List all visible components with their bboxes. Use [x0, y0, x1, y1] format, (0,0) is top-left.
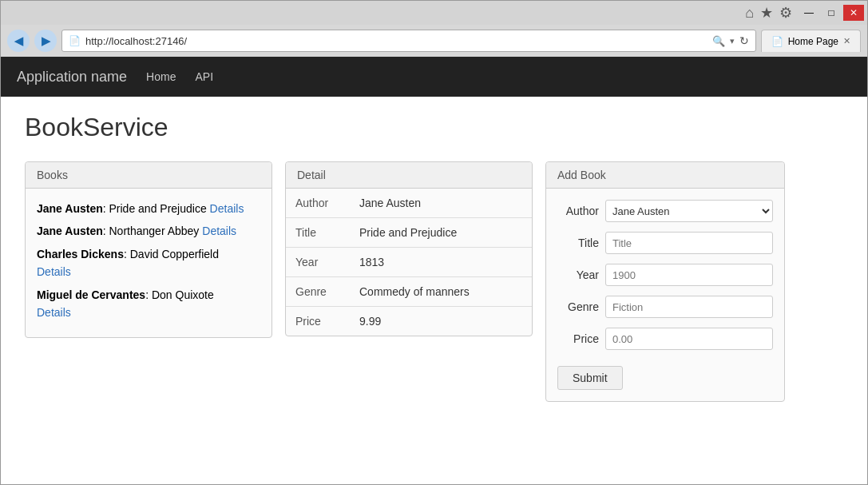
list-item: Miguel de Cervantes: Don Quixote Details	[37, 286, 260, 322]
book-details-link[interactable]: Details	[37, 265, 71, 278]
book-author: Jane Austen	[37, 202, 103, 215]
browser-tab[interactable]: 📄 Home Page ✕	[761, 30, 861, 52]
table-row: Genre Commedy of manners	[286, 277, 532, 307]
forward-button[interactable]: ▶	[34, 30, 57, 52]
detail-value-title: Pride and Prejudice	[350, 218, 532, 248]
detail-value-author: Jane Austen	[350, 189, 532, 218]
tab-close-button[interactable]: ✕	[843, 36, 850, 46]
favorites-icon[interactable]: ★	[760, 4, 773, 22]
genre-input[interactable]	[605, 296, 773, 318]
add-book-panel-header: Add Book	[546, 162, 784, 189]
detail-label-author: Author	[286, 189, 350, 218]
price-input[interactable]	[605, 328, 773, 350]
price-label: Price	[557, 332, 599, 345]
detail-label-title: Title	[286, 218, 350, 248]
title-row: Title	[557, 232, 773, 254]
year-label: Year	[557, 268, 599, 281]
table-row: Title Pride and Prejudice	[286, 218, 532, 248]
url-input[interactable]	[85, 35, 707, 47]
nav-home[interactable]: Home	[146, 70, 176, 83]
close-button[interactable]: ✕	[843, 5, 864, 21]
detail-panel: Detail Author Jane Austen Title Pride an…	[285, 161, 533, 336]
year-row: Year	[557, 264, 773, 286]
lock-icon: 📄	[69, 35, 81, 46]
author-row: Author Jane Austen Charles Dickens Migue…	[557, 200, 773, 222]
tab-icon: 📄	[771, 36, 783, 47]
app-name: Application name	[17, 69, 127, 85]
submit-button[interactable]: Submit	[557, 366, 623, 390]
back-button[interactable]: ◀	[7, 30, 30, 52]
home-icon[interactable]: ⌂	[745, 5, 754, 22]
tab-label: Home Page	[788, 36, 838, 47]
add-book-panel: Add Book Author Jane Austen Charles Dick…	[545, 161, 785, 402]
book-author: Jane Austen	[37, 225, 103, 237]
title-label: Title	[557, 237, 599, 249]
detail-panel-body: Author Jane Austen Title Pride and Preju…	[286, 189, 532, 336]
list-item: Jane Austen: Pride and Prejudice Details	[37, 200, 260, 217]
settings-icon[interactable]: ⚙	[779, 4, 792, 22]
book-details-link[interactable]: Details	[210, 202, 244, 215]
detail-table: Author Jane Austen Title Pride and Preju…	[286, 189, 532, 336]
books-panel-header: Books	[26, 162, 271, 189]
maximize-button[interactable]: □	[821, 5, 842, 21]
detail-label-price: Price	[286, 307, 350, 336]
detail-value-price: 9.99	[350, 307, 532, 336]
price-row: Price	[557, 328, 773, 350]
page-title: BookService	[25, 113, 843, 142]
list-item: Jane Austen: Northanger Abbey Details	[37, 222, 260, 240]
detail-label-year: Year	[286, 248, 350, 277]
detail-value-genre: Commedy of manners	[350, 277, 532, 307]
genre-label: Genre	[557, 300, 599, 313]
refresh-icon[interactable]: ↻	[739, 34, 749, 47]
add-book-form: Author Jane Austen Charles Dickens Migue…	[546, 189, 784, 401]
detail-value-year: 1813	[350, 248, 532, 277]
nav-api[interactable]: API	[195, 70, 213, 83]
book-details-link[interactable]: Details	[202, 225, 236, 237]
book-details-link[interactable]: Details	[37, 306, 71, 319]
table-row: Price 9.99	[286, 307, 532, 336]
books-panel-body: Jane Austen: Pride and Prejudice Details…	[26, 189, 271, 337]
author-select[interactable]: Jane Austen Charles Dickens Miguel de Ce…	[605, 200, 773, 222]
detail-panel-header: Detail	[286, 162, 532, 189]
table-row: Author Jane Austen	[286, 189, 532, 218]
list-item: Charles Dickens: David Copperfield Detai…	[37, 245, 260, 281]
books-panel: Books Jane Austen: Pride and Prejudice D…	[25, 161, 272, 338]
genre-row: Genre	[557, 296, 773, 318]
book-author: Miguel de Cervantes	[37, 288, 145, 301]
detail-label-genre: Genre	[286, 277, 350, 307]
search-icon: 🔍	[712, 35, 725, 47]
year-input[interactable]	[605, 264, 773, 286]
table-row: Year 1813	[286, 248, 532, 277]
book-author: Charles Dickens	[37, 248, 124, 260]
title-input[interactable]	[605, 232, 773, 254]
author-label: Author	[557, 205, 599, 217]
dropdown-icon[interactable]: ▾	[730, 36, 735, 46]
minimize-button[interactable]: —	[799, 5, 819, 21]
